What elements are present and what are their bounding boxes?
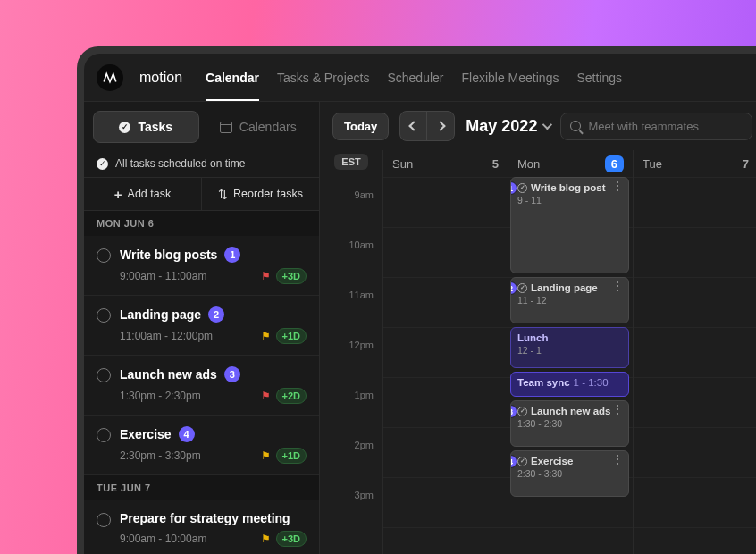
task-checkbox[interactable]: [97, 428, 111, 442]
hour-label: 11am: [320, 290, 382, 340]
calendar-event[interactable]: 4Exercise2:30 - 3:30⋮: [510, 450, 629, 497]
nav-tab-calendar[interactable]: Calendar: [206, 55, 259, 101]
search-icon: [570, 121, 581, 131]
task-title: Exercise: [120, 427, 172, 441]
laptop-frame: motion CalendarTasks & ProjectsScheduler…: [77, 46, 756, 554]
date-header: TUE JUN 7: [84, 475, 319, 500]
sidebar: ✓ Tasks Calendars ✓ All tasks scheduled …: [84, 102, 320, 554]
due-pill: +3D: [276, 268, 307, 284]
calendar-event[interactable]: Team sync 1 - 1:30: [510, 372, 629, 397]
task-item[interactable]: Prepare for strategy meeting9:00am - 10:…: [84, 500, 319, 554]
event-title: Launch new ads: [531, 406, 610, 416]
task-title: Prepare for strategy meeting: [120, 511, 290, 525]
search-box[interactable]: [560, 113, 752, 140]
nav-tab-scheduler[interactable]: Scheduler: [387, 55, 443, 101]
task-time: 1:30pm - 2:30pm: [120, 390, 201, 402]
event-time: 1:30 - 2:30: [517, 418, 622, 429]
more-icon[interactable]: ⋮: [611, 406, 624, 413]
due-pill: +3D: [276, 531, 307, 547]
today-button[interactable]: Today: [332, 113, 389, 140]
brand-name: motion: [139, 70, 182, 86]
app-root: motion CalendarTasks & ProjectsScheduler…: [84, 54, 756, 554]
task-checkbox[interactable]: [97, 368, 111, 382]
flag-icon: ⚑: [261, 449, 271, 462]
task-time: 2:30pm - 3:30pm: [120, 449, 201, 462]
task-item[interactable]: Write blog posts19:00am - 11:00am⚑+3D: [84, 236, 319, 296]
task-time: 9:00am - 10:00am: [120, 533, 206, 545]
next-button[interactable]: [427, 112, 454, 140]
task-title: Landing page: [120, 307, 201, 322]
toggle-tasks[interactable]: ✓ Tasks: [93, 111, 199, 143]
day-columns: Sun5Mon61Write blog post9 - 11⋮2Landing …: [382, 150, 756, 554]
calendar-pane: Today May 2022 EST 9am10am11am12pm1pm: [320, 102, 756, 554]
nav-tab-flexible-meetings[interactable]: Flexible Meetings: [461, 55, 559, 101]
event-time: 9 - 11: [517, 195, 622, 206]
time-column: EST 9am10am11am12pm1pm2pm3pm: [320, 150, 382, 554]
more-icon[interactable]: ⋮: [611, 182, 624, 189]
hour-label: 3pm: [320, 490, 382, 540]
nav-tab-tasks-projects[interactable]: Tasks & Projects: [277, 55, 369, 101]
topbar: motion CalendarTasks & ProjectsScheduler…: [84, 54, 756, 102]
reorder-label: Reorder tasks: [233, 188, 303, 200]
day-number: 6: [605, 155, 624, 172]
prev-button[interactable]: [400, 112, 427, 140]
due-pill: +1D: [276, 448, 307, 464]
task-number-badge: 2: [208, 306, 224, 323]
task-time: 9:00am - 11:00am: [120, 270, 206, 282]
day-column: Mon61Write blog post9 - 11⋮2Landing page…: [508, 150, 633, 554]
calendar-icon: [220, 122, 232, 133]
task-checkbox[interactable]: [97, 248, 111, 263]
toggle-calendars[interactable]: Calendars: [206, 111, 311, 143]
nav-tab-settings[interactable]: Settings: [576, 55, 622, 101]
hour-label: 2pm: [320, 440, 382, 490]
due-pill: +2D: [276, 388, 307, 404]
nav-tabs: CalendarTasks & ProjectsSchedulerFlexibl…: [206, 55, 622, 101]
event-title: Exercise: [531, 456, 573, 466]
month-picker[interactable]: May 2022: [466, 117, 550, 136]
event-pin-badge: 3: [510, 405, 517, 418]
toggle-tasks-label: Tasks: [138, 120, 172, 134]
calendar-event[interactable]: 3Launch new ads1:30 - 2:30⋮: [510, 400, 629, 447]
event-title: Team sync: [517, 377, 570, 388]
check-circle-icon: [517, 183, 527, 193]
day-column: Tue7: [633, 150, 756, 554]
event-pin-badge: 1: [510, 181, 517, 195]
task-item[interactable]: Exercise42:30pm - 3:30pm⚑+1D: [84, 416, 319, 475]
flag-icon: ⚑: [261, 270, 271, 282]
task-item[interactable]: Launch new ads31:30pm - 2:30pm⚑+2D: [84, 356, 319, 416]
task-checkbox[interactable]: [97, 308, 111, 323]
more-icon[interactable]: ⋮: [611, 282, 624, 290]
event-time: 1 - 1:30: [574, 377, 609, 388]
flag-icon: ⚑: [261, 330, 271, 342]
task-title: Launch new ads: [120, 367, 217, 382]
task-time: 11:00am - 12:00pm: [120, 330, 213, 342]
flag-icon: ⚑: [261, 390, 271, 402]
hour-label: 9am: [320, 189, 382, 239]
task-title: Write blog posts: [120, 248, 217, 262]
check-circle-icon: ✓: [97, 158, 108, 170]
task-number-badge: 1: [224, 247, 240, 263]
event-time: 12 - 1: [517, 345, 622, 356]
logo-icon: [97, 64, 123, 91]
day-number: 5: [492, 157, 499, 171]
more-icon[interactable]: ⋮: [611, 456, 624, 463]
search-input[interactable]: [588, 120, 743, 133]
month-text: May 2022: [466, 117, 537, 136]
event-title: Landing page: [531, 282, 598, 293]
add-task-label: Add task: [128, 188, 172, 200]
reorder-button[interactable]: ⇅ Reorder tasks: [202, 178, 319, 210]
task-item[interactable]: Landing page211:00am - 12:00pm⚑+1D: [84, 296, 319, 356]
calendar-event[interactable]: 2Landing page11 - 12⋮: [510, 277, 629, 323]
task-checkbox[interactable]: [97, 513, 111, 527]
chevron-down-icon: [542, 120, 552, 130]
hour-label: 10am: [320, 239, 382, 290]
timezone-badge[interactable]: EST: [334, 154, 367, 170]
event-title: Write blog post: [531, 182, 605, 193]
calendar-event[interactable]: 1Write blog post9 - 11⋮: [510, 177, 629, 273]
plus-icon: +: [114, 187, 122, 202]
day-number: 7: [743, 157, 749, 171]
add-task-button[interactable]: + Add task: [84, 178, 202, 210]
calendar-event[interactable]: Lunch12 - 1: [510, 327, 629, 368]
check-circle-icon: ✓: [119, 122, 130, 133]
event-pin-badge: 2: [510, 281, 517, 295]
